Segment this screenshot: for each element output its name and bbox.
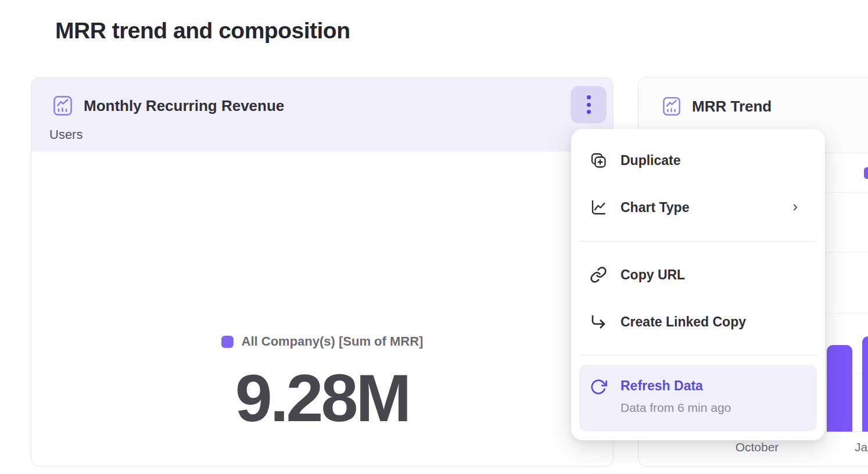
menu-divider (579, 355, 817, 356)
refresh-data-age: Data from 6 min ago (620, 400, 731, 416)
card-menu-button[interactable] (571, 86, 607, 123)
kpi-value: 9.28M (31, 365, 613, 432)
card-context-menu: Duplicate Chart Type Copy URL Create Lin… (571, 129, 825, 440)
menu-item-duplicate[interactable]: Duplicate (571, 143, 825, 177)
chart-widget-icon (663, 96, 680, 116)
chart-widget-icon (53, 95, 72, 116)
chart-type-icon (590, 199, 607, 216)
bar[interactable] (862, 336, 868, 432)
menu-item-chart-type[interactable]: Chart Type (571, 191, 825, 224)
menu-item-refresh-data[interactable]: Refresh Data Data from 6 min ago (579, 365, 817, 431)
legend-label: All Company(s) [Sum of MRR] (242, 334, 424, 349)
kebab-dot (587, 95, 591, 99)
page-title: MRR trend and composition (55, 18, 350, 44)
trend-card-title: MRR Trend (692, 98, 772, 116)
duplicate-icon (590, 152, 607, 169)
refresh-icon (590, 378, 607, 396)
menu-item-copy-url[interactable]: Copy URL (571, 258, 825, 292)
kpi-legend[interactable]: All Company(s) [Sum of MRR] (31, 334, 613, 349)
kpi-card: Monthly Recurring Revenue Users All Comp… (31, 77, 614, 466)
chevron-right-icon (790, 202, 801, 213)
bar-group (827, 78, 868, 432)
menu-item-label: Duplicate (620, 153, 681, 168)
x-axis-label: Ja (855, 440, 867, 454)
kpi-card-subtitle: Users (49, 127, 83, 142)
kpi-card-header: Monthly Recurring Revenue Users (31, 78, 613, 152)
kpi-card-title: Monthly Recurring Revenue (84, 97, 284, 115)
menu-divider (579, 241, 817, 242)
menu-item-label: Chart Type (620, 200, 689, 216)
kebab-dot (587, 110, 591, 114)
menu-item-create-linked-copy[interactable]: Create Linked Copy (571, 305, 825, 339)
menu-item-label: Copy URL (620, 267, 685, 283)
bar[interactable] (827, 345, 852, 432)
link-icon (590, 266, 607, 283)
menu-item-label: Refresh Data (620, 377, 731, 394)
menu-item-label: Create Linked Copy (620, 314, 746, 330)
x-axis-label: October (736, 440, 779, 454)
kebab-dot (587, 103, 591, 107)
legend-swatch (221, 336, 234, 348)
corner-down-right-icon (590, 313, 607, 331)
